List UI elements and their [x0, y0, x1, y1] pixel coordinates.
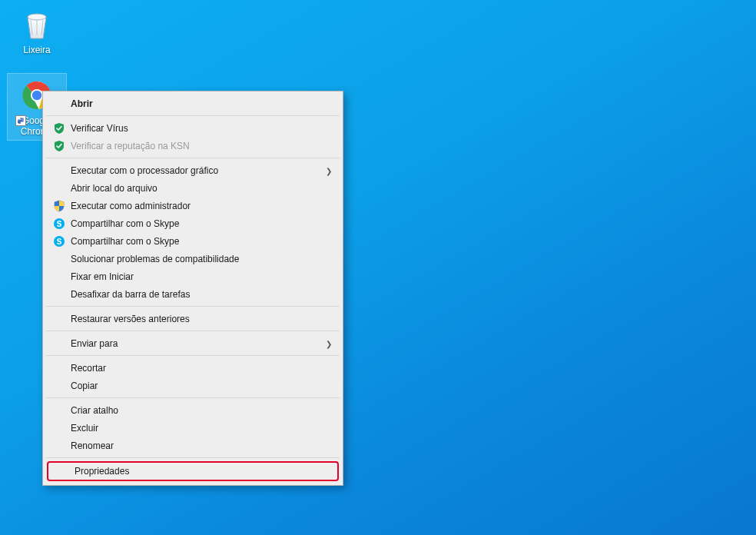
shield-green-icon [51, 139, 68, 153]
context-menu-item-label: Criar atalho [71, 405, 320, 416]
context-menu-item-label: Propriedades [75, 466, 316, 477]
shield-green-icon [51, 121, 68, 135]
icon-slot-empty [51, 379, 68, 393]
skype-icon: S [51, 217, 68, 231]
context-menu-item[interactable]: Restaurar versões anteriores [45, 310, 341, 327]
svg-point-0 [28, 14, 46, 20]
context-menu-item[interactable]: SCompartilhar com o Skype [45, 214, 341, 232]
context-menu-item-label: Restaurar versões anteriores [71, 314, 320, 324]
context-menu-item-label: Desafixar da barra de tarefas [71, 289, 320, 300]
context-menu-item-label: Renomear [71, 440, 320, 451]
desktop-icon-recycle-bin[interactable]: Lixeira [8, 3, 66, 58]
context-menu-item-label: Verificar Vírus [71, 123, 320, 134]
desktop-background[interactable]: Lixeira Google Chrome AbrirVerificar Vír… [0, 0, 756, 535]
icon-slot-empty [51, 287, 68, 301]
recycle-bin-icon [18, 6, 55, 43]
context-menu-item-label: Abrir local do arquivo [71, 183, 320, 194]
context-menu-item-label: Abrir [71, 98, 320, 109]
icon-slot-empty [51, 421, 68, 435]
context-menu-separator [46, 397, 340, 398]
svg-text:S: S [57, 219, 62, 228]
context-menu: AbrirVerificar VírusVerificar a reputaçã… [42, 91, 343, 486]
context-menu-item[interactable]: Desafixar da barra de tarefas [45, 285, 341, 303]
context-menu-separator [46, 158, 340, 158]
context-menu-item[interactable]: Verificar Vírus [45, 119, 341, 137]
skype-icon: S [51, 234, 68, 248]
chevron-right-icon: ❯ [326, 339, 332, 347]
context-menu-item-label: Enviar para [71, 338, 320, 349]
desktop-icon-label: Lixeira [23, 45, 50, 55]
icon-slot-empty [51, 337, 68, 351]
shortcut-overlay-icon [15, 115, 26, 126]
context-menu-item-label: Excluir [71, 423, 320, 434]
icon-slot-empty [55, 464, 71, 478]
context-menu-separator [46, 355, 340, 356]
context-menu-item[interactable]: Recortar [45, 359, 341, 377]
context-menu-item[interactable]: Abrir [45, 95, 341, 112]
icon-slot-empty [51, 361, 68, 375]
context-menu-item[interactable]: Solucionar problemas de compatibilidade [45, 250, 341, 268]
context-menu-item[interactable]: Propriedades [48, 463, 337, 480]
icon-slot-empty [51, 439, 68, 453]
icon-slot-empty [51, 404, 68, 417]
context-menu-item[interactable]: Copiar [45, 377, 341, 394]
context-menu-item[interactable]: SCompartilhar com o Skype [45, 232, 341, 250]
icon-slot-empty [51, 164, 68, 178]
context-menu-item[interactable]: Executar com o processador gráfico❯ [45, 161, 341, 179]
icon-slot-empty [51, 312, 68, 326]
context-menu-item[interactable]: Abrir local do arquivo [45, 179, 341, 197]
uac-shield-icon [51, 199, 68, 213]
icon-slot-empty [51, 270, 68, 284]
context-menu-item-label: Solucionar problemas de compatibilidade [71, 254, 320, 264]
context-menu-item-label: Compartilhar com o Skype [71, 236, 320, 247]
context-menu-separator [46, 306, 340, 307]
context-menu-item[interactable]: Executar como administrador [45, 197, 341, 214]
context-menu-item-label: Executar como administrador [71, 201, 320, 211]
icon-slot-empty [51, 252, 68, 266]
context-menu-item[interactable]: Enviar para❯ [45, 334, 341, 352]
context-menu-item-label: Verificar a reputação na KSN [71, 141, 320, 151]
context-menu-item[interactable]: Fixar em Iniciar [45, 268, 341, 285]
context-menu-item-label: Recortar [71, 363, 320, 374]
context-menu-separator [46, 331, 340, 331]
context-menu-item-label: Copiar [71, 380, 320, 391]
context-menu-item[interactable]: Verificar a reputação na KSN [45, 137, 341, 155]
context-menu-item[interactable]: Excluir [45, 419, 341, 437]
context-menu-item-label: Executar com o processador gráfico [71, 165, 320, 176]
context-menu-separator [46, 115, 340, 116]
context-menu-separator [46, 457, 340, 458]
svg-point-3 [32, 91, 41, 100]
chevron-right-icon: ❯ [326, 166, 332, 174]
svg-text:S: S [57, 237, 62, 245]
context-menu-item-label: Fixar em Iniciar [71, 271, 320, 282]
context-menu-item[interactable]: Criar atalho [45, 401, 341, 419]
context-menu-item[interactable]: Renomear [45, 437, 341, 454]
annotation-highlight: Propriedades [47, 461, 339, 481]
icon-slot-empty [51, 181, 68, 195]
icon-slot-empty [51, 97, 68, 111]
context-menu-item-label: Compartilhar com o Skype [71, 218, 320, 229]
